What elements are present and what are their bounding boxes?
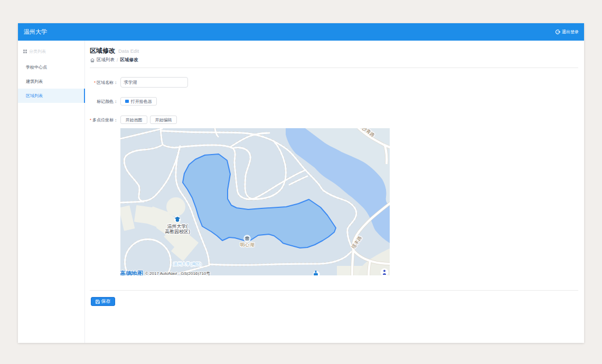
svg-text:高德地图: 高德地图 [120, 270, 143, 275]
svg-text:© 2017 AutoNavi - GS(2016)710号: © 2017 AutoNavi - GS(2016)710号 [145, 271, 210, 275]
svg-text:高教园校区): 高教园校区) [165, 229, 190, 234]
svg-text:温州大学(南区): 温州大学(南区) [173, 262, 202, 266]
svg-text:明心湖: 明心湖 [240, 242, 255, 247]
svg-text:温州大学(: 温州大学( [167, 224, 188, 229]
